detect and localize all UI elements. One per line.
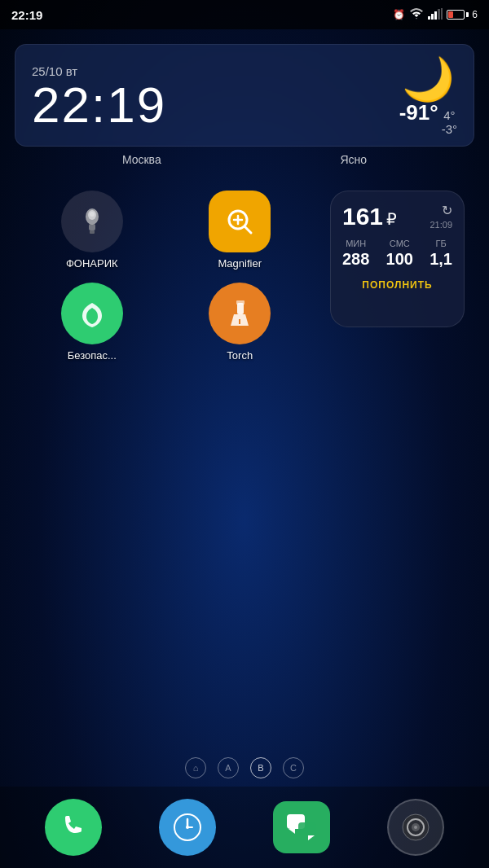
app-magnifier[interactable]: Magnifier: [173, 191, 308, 270]
weather-time: 22:19: [32, 80, 166, 130]
stat-gb-label: ГБ: [436, 239, 447, 248]
battery-level: 6: [472, 9, 478, 20]
dock-camera[interactable]: [387, 799, 444, 856]
signal-icon: [428, 8, 443, 22]
dock: [0, 787, 489, 868]
status-icons: ⏰ 6: [393, 8, 478, 22]
apps-section: ФОНАРИК Magnifier Безопас.: [0, 191, 489, 362]
svg-rect-8: [90, 230, 95, 234]
balance-currency: ₽: [386, 209, 397, 229]
city-labels: Москва Ясно: [0, 153, 489, 166]
svg-point-21: [186, 826, 189, 829]
svg-rect-3: [438, 9, 440, 20]
stat-min-value: 288: [342, 250, 369, 269]
weather-date: 25/10 вт: [32, 64, 166, 78]
svg-rect-16: [236, 300, 244, 305]
city-moscow: Москва: [122, 153, 161, 166]
refresh-icon: ↻: [442, 203, 452, 218]
stat-gb-value: 1,1: [430, 250, 452, 269]
torch-icon: [209, 283, 271, 344]
svg-line-11: [244, 226, 251, 233]
svg-point-9: [90, 212, 95, 217]
safe-icon: [61, 283, 123, 344]
weather-left: 25/10 вт 22:19: [32, 64, 166, 130]
dock-compass[interactable]: [159, 799, 216, 856]
balance-action[interactable]: ПОПОЛНИТЬ: [342, 277, 452, 292]
wifi-icon: [409, 8, 424, 22]
weather-temp-sub: 4°: [442, 108, 457, 122]
svg-point-29: [414, 826, 417, 829]
weather-temp-sub-bottom: -3°: [442, 122, 457, 136]
moon-icon: 🌙: [399, 58, 457, 100]
dot-a[interactable]: A: [218, 757, 239, 778]
svg-marker-23: [289, 829, 295, 834]
app-flashlight-label: ФОНАРИК: [66, 257, 118, 270]
dot-c[interactable]: C: [283, 757, 304, 778]
app-torch[interactable]: Torch: [173, 283, 308, 362]
app-magnifier-label: Magnifier: [218, 257, 262, 270]
app-safe[interactable]: Безопас...: [24, 283, 160, 362]
dot-b[interactable]: B: [250, 757, 271, 778]
balance-widget[interactable]: 161 ₽ ↻ 21:09 МИН 288 СМС 100 ГБ 1,1 ПО: [330, 191, 465, 327]
dot-home[interactable]: ⌂: [185, 757, 206, 778]
weather-right: 🌙 -91° 4° -3°: [399, 58, 457, 136]
svg-rect-24: [298, 822, 316, 835]
balance-time: 21:09: [430, 220, 452, 230]
balance-stats: МИН 288 СМС 100 ГБ 1,1: [342, 239, 452, 269]
stat-min-label: МИН: [346, 239, 366, 248]
svg-rect-4: [441, 8, 443, 20]
stat-sms-value: 100: [386, 250, 413, 269]
status-bar: 22:19 ⏰ 6: [0, 0, 489, 29]
alarm-icon: ⏰: [393, 9, 405, 20]
svg-rect-2: [434, 11, 437, 20]
stat-gb: ГБ 1,1: [430, 239, 452, 269]
balance-top: 161 ₽ ↻ 21:09: [342, 203, 452, 230]
app-torch-label: Torch: [227, 349, 253, 362]
app-grid: ФОНАРИК Magnifier Безопас.: [24, 191, 307, 362]
app-flashlight[interactable]: ФОНАРИК: [24, 191, 160, 270]
stat-sms: СМС 100: [386, 239, 413, 269]
balance-action-label: ПОПОЛНИТЬ: [362, 279, 432, 291]
balance-refresh[interactable]: ↻ 21:09: [430, 203, 452, 230]
page-dots: ⌂ A B C: [0, 757, 489, 778]
balance-amount: 161: [342, 203, 383, 230]
weather-temp-main: -91°: [399, 100, 438, 125]
svg-rect-14: [237, 303, 244, 314]
status-time: 22:19: [11, 8, 42, 22]
battery-indicator: 6: [447, 9, 478, 20]
flashlight-icon: [61, 191, 123, 252]
magnifier-icon: [209, 191, 271, 252]
dock-phone[interactable]: [45, 799, 102, 856]
dock-chat[interactable]: [273, 801, 330, 853]
svg-marker-25: [308, 835, 315, 840]
svg-rect-6: [89, 224, 95, 230]
weather-widget[interactable]: 25/10 вт 22:19 🌙 -91° 4° -3°: [15, 44, 474, 147]
stat-sms-label: СМС: [390, 239, 410, 248]
svg-rect-1: [431, 14, 434, 20]
weather-condition: Ясно: [340, 153, 367, 166]
stat-min: МИН 288: [342, 239, 369, 269]
app-safe-label: Безопас...: [68, 349, 117, 362]
svg-rect-0: [428, 16, 430, 20]
